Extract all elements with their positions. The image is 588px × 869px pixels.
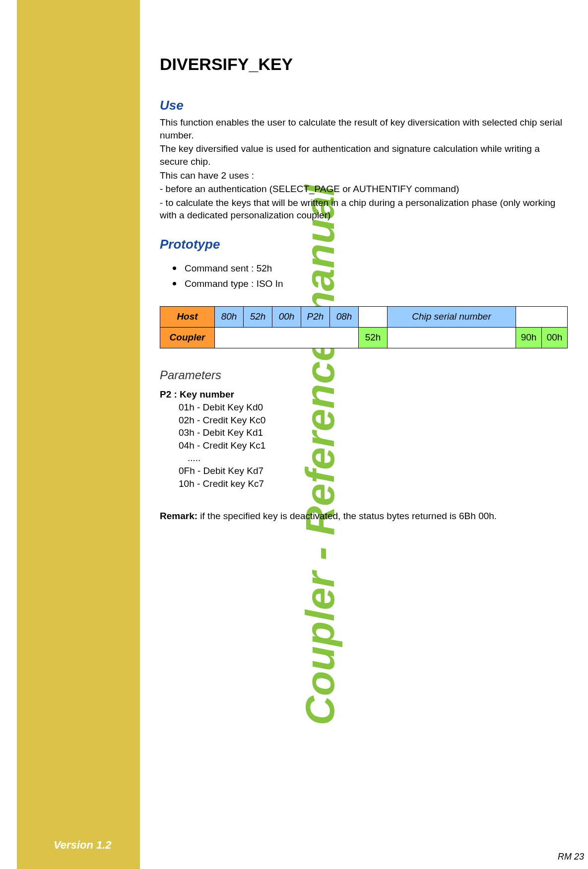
page-title: DIVERSIFY_KEY [160, 55, 568, 74]
host-c2: 52h [244, 306, 272, 327]
p2-list: 01h - Debit Key Kd0 02h - Credit Key Kc0… [160, 401, 568, 490]
parameters-section: Parameters P2 : Key number 01h - Debit K… [160, 368, 568, 490]
host-c4: P2h [301, 306, 330, 327]
host-end [516, 306, 568, 327]
prototype-bullet-2: Command type : ISO In [173, 276, 568, 291]
p2-l6: 0Fh - Debit Key Kd7 [179, 465, 568, 477]
prototype-table: Host 80h 52h 00h P2h 08h Chip serial num… [160, 306, 568, 348]
coupler-gap2 [388, 327, 516, 348]
prototype-bullets: Command sent : 52h Command type : ISO In [173, 261, 568, 291]
use-p1: This function enables the user to calcul… [160, 116, 568, 141]
host-c5: 08h [330, 306, 359, 327]
prototype-bullet-1: Command sent : 52h [173, 261, 568, 276]
host-chip: Chip serial number [388, 306, 516, 327]
main-content: DIVERSIFY_KEY Use This function enables … [160, 55, 568, 522]
host-c1: 80h [215, 306, 244, 327]
use-p4: - before an authentication (SELECT_PAGE … [160, 183, 568, 196]
host-gap [359, 306, 388, 327]
coupler-label-cell: Coupler [160, 327, 215, 348]
use-p3: This can have 2 uses : [160, 169, 568, 182]
p2-l1: 01h - Debit Key Kd0 [179, 401, 568, 414]
parameters-heading: Parameters [160, 368, 568, 382]
coupler-row: Coupler 52h 90h 00h [160, 327, 568, 348]
p2-l3: 03h - Debit Key Kd1 [179, 426, 568, 439]
remark-text: if the specified key is deactivated, the… [197, 511, 497, 521]
sidebar: Coupler - Reference manual Version 1.2 [17, 0, 140, 869]
prototype-heading: Prototype [160, 237, 568, 252]
p2-l7: 10h - Credit key Kc7 [179, 477, 568, 490]
version-label: Version 1.2 [54, 839, 112, 852]
prototype-section: Prototype Command sent : 52h Command typ… [160, 237, 568, 348]
page-number: RM 23 [558, 852, 584, 862]
host-c3: 00h [272, 306, 301, 327]
coupler-gap1 [215, 327, 359, 348]
use-heading: Use [160, 98, 568, 113]
host-row: Host 80h 52h 00h P2h 08h Chip serial num… [160, 306, 568, 327]
remark-label: Remark: [160, 511, 197, 521]
p2-l2: 02h - Credit Key Kc0 [179, 414, 568, 427]
p2-l4: 04h - Credit Key Kc1 [179, 439, 568, 452]
use-section: Use This function enables the user to ca… [160, 98, 568, 222]
coupler-sw2: 00h [542, 327, 568, 348]
use-p2: The key diversified value is used for au… [160, 142, 568, 168]
coupler-resp: 52h [359, 327, 388, 348]
remark-line: Remark: if the specified key is deactiva… [160, 511, 568, 522]
coupler-sw1: 90h [516, 327, 542, 348]
use-p5: - to calculate the keys that will be wri… [160, 197, 568, 222]
p2-l5: ..... [179, 452, 568, 465]
p2-label: P2 : Key number [160, 389, 568, 400]
host-label-cell: Host [160, 306, 215, 327]
